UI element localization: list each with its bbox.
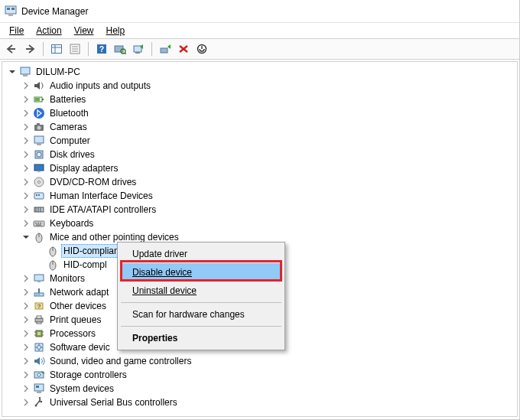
tree-category-label[interactable]: Bluetooth xyxy=(48,107,90,119)
table-view-button[interactable] xyxy=(48,41,65,57)
expander-icon[interactable] xyxy=(21,149,31,160)
svg-point-77 xyxy=(37,373,41,376)
svg-rect-83 xyxy=(39,397,41,399)
tree-category-label[interactable]: DVD/CD-ROM drives xyxy=(48,176,138,188)
tree-category[interactable]: Computer xyxy=(4,134,517,148)
expander-icon[interactable] xyxy=(21,342,31,353)
expander-icon[interactable] xyxy=(7,67,18,77)
tree-category[interactable]: DVD/CD-ROM drives xyxy=(4,175,517,189)
tree-category-label[interactable]: Computer xyxy=(48,135,92,147)
network-icon xyxy=(33,286,45,298)
expander-icon[interactable] xyxy=(21,190,31,201)
tree-category-label[interactable]: Processors xyxy=(48,327,97,340)
tree-category-label[interactable]: Print queues xyxy=(48,314,102,326)
expander-icon[interactable] xyxy=(21,370,31,380)
cd-icon xyxy=(33,176,45,188)
tree-category-label[interactable]: Other devices xyxy=(48,300,108,312)
svg-rect-31 xyxy=(34,136,44,143)
tree-category-label[interactable]: System devices xyxy=(48,383,115,395)
tree-category[interactable]: Storage controllers xyxy=(4,368,517,382)
disable-device-button[interactable] xyxy=(175,41,192,57)
menu-file[interactable]: File xyxy=(3,24,30,37)
tree-category-label[interactable]: Keyboards xyxy=(48,217,95,230)
properties-button[interactable] xyxy=(67,41,83,57)
menu-help[interactable]: Help xyxy=(100,24,132,37)
tree-category-label[interactable]: Batteries xyxy=(48,93,87,106)
back-button[interactable] xyxy=(3,41,20,57)
svg-point-29 xyxy=(37,126,41,130)
expander-icon[interactable] xyxy=(21,204,31,215)
tree-category[interactable]: Human Interface Devices xyxy=(4,189,517,203)
uninstall-device-button[interactable] xyxy=(193,41,210,57)
expander-icon[interactable] xyxy=(21,301,31,311)
expander-icon[interactable] xyxy=(21,122,31,132)
tree-category-label[interactable]: Storage controllers xyxy=(48,369,128,381)
tree-category[interactable]: System devices xyxy=(4,382,517,396)
help-button[interactable]: ? xyxy=(93,41,110,57)
expander-icon[interactable] xyxy=(21,383,31,394)
expander-icon[interactable] xyxy=(21,314,31,325)
tree-category-label[interactable]: Sound, video and game controllers xyxy=(48,355,193,367)
toolbar-separator xyxy=(151,42,152,56)
update-driver-button[interactable] xyxy=(130,41,147,57)
expander-icon[interactable] xyxy=(21,135,31,146)
mouse-icon xyxy=(47,245,59,257)
menu-view[interactable]: View xyxy=(68,24,100,37)
tree-category[interactable]: IDE ATA/ATAPI controllers xyxy=(4,203,517,217)
tree-category-label[interactable]: Cameras xyxy=(48,121,89,133)
tree-root[interactable]: DILUM-PC xyxy=(4,65,517,79)
svg-point-38 xyxy=(38,181,41,184)
expander-icon[interactable] xyxy=(21,397,31,408)
ctx-uninstall-device[interactable]: Uninstall device xyxy=(120,282,282,300)
bluetooth-icon xyxy=(33,107,45,119)
expander-icon[interactable] xyxy=(21,177,31,187)
svg-rect-58 xyxy=(37,281,41,282)
expander-icon[interactable] xyxy=(21,287,31,298)
tree-category-label[interactable]: Monitors xyxy=(48,272,86,285)
menu-action[interactable]: Action xyxy=(30,24,67,37)
forward-button[interactable] xyxy=(21,41,38,57)
expander-icon[interactable] xyxy=(21,80,31,91)
svg-rect-65 xyxy=(35,318,43,322)
tree-category[interactable]: Keyboards xyxy=(4,217,517,230)
tree-category-label[interactable]: Human Interface Devices xyxy=(48,190,154,202)
svg-rect-57 xyxy=(34,275,44,281)
tree-category[interactable]: Disk drives xyxy=(4,148,517,161)
tree-category-label[interactable]: Disk drives xyxy=(48,148,96,161)
scan-hardware-button[interactable] xyxy=(112,41,128,57)
tree-category[interactable]: Sound, video and game controllers xyxy=(4,354,517,368)
tree-root-label[interactable]: DILUM-PC xyxy=(34,66,82,78)
tree-category[interactable]: Audio inputs and outputs xyxy=(4,79,517,93)
expander-icon[interactable] xyxy=(21,328,31,339)
svg-rect-48 xyxy=(37,223,39,224)
expander-icon[interactable] xyxy=(21,108,31,119)
tree-category[interactable]: Display adapters xyxy=(4,161,517,175)
expander-icon[interactable] xyxy=(21,356,31,366)
tree-category-label[interactable]: Audio inputs and outputs xyxy=(48,80,152,92)
expander-icon[interactable] xyxy=(21,273,31,284)
tree-category-label[interactable]: Display adapters xyxy=(48,162,119,174)
tree-category-label[interactable]: Universal Serial Bus controllers xyxy=(48,396,179,409)
ctx-properties[interactable]: Properties xyxy=(120,329,282,347)
ctx-update-driver[interactable]: Update driver xyxy=(120,245,282,263)
svg-rect-66 xyxy=(37,316,41,318)
enable-device-button[interactable] xyxy=(157,41,174,57)
expander-icon[interactable] xyxy=(21,232,31,243)
tree-category[interactable]: Batteries xyxy=(4,93,517,106)
tree-device-label[interactable]: HID-compl xyxy=(62,259,109,271)
tree-category-label[interactable]: Network adapt xyxy=(48,286,110,298)
tree-category-label[interactable]: IDE ATA/ATAPI controllers xyxy=(48,203,158,216)
tree-category[interactable]: Bluetooth xyxy=(4,106,517,120)
tree-category-label[interactable]: Software devic xyxy=(48,341,112,353)
device-tree[interactable]: DILUM-PC Audio inputs and outputsBatteri… xyxy=(2,61,518,417)
ctx-disable-device[interactable]: Disable device xyxy=(120,263,282,282)
expander-icon[interactable] xyxy=(21,163,31,174)
tree-category[interactable]: Universal Serial Bus controllers xyxy=(4,396,517,409)
svg-rect-67 xyxy=(37,322,41,324)
disk-icon xyxy=(33,148,45,161)
svg-point-34 xyxy=(37,152,41,157)
tree-category[interactable]: Cameras xyxy=(4,120,517,134)
expander-icon[interactable] xyxy=(21,94,31,105)
ctx-scan-hardware[interactable]: Scan for hardware changes xyxy=(120,305,282,324)
expander-icon[interactable] xyxy=(21,218,31,229)
